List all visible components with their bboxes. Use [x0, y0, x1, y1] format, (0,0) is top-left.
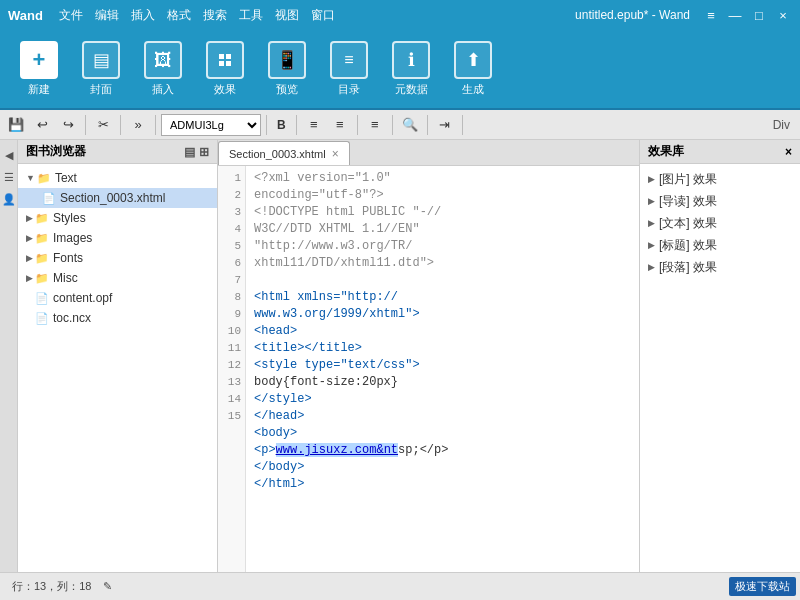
cover-icon: ▤: [93, 49, 110, 71]
toggle-left-button[interactable]: ◀: [2, 148, 16, 162]
tree-item-fonts[interactable]: ▶ 📁 Fonts: [18, 248, 217, 268]
code-line-15: </head>: [254, 408, 631, 425]
insert-icon: 🖼: [154, 50, 172, 71]
ribbon-generate[interactable]: ⬆ 生成: [446, 37, 500, 101]
line-num: 1: [218, 170, 245, 187]
undo-button[interactable]: ↩: [30, 113, 54, 137]
ribbon-new[interactable]: + 新建: [12, 37, 66, 101]
ribbon-metadata[interactable]: ℹ 元数据: [384, 37, 438, 101]
main-area: ◀ ☰ 👤 图书浏览器 ▤ ⊞ ▼ 📁 Text 📄 Section_: [0, 140, 800, 572]
toolbar-separator-7: [392, 115, 393, 135]
toolbar-separator-9: [462, 115, 463, 135]
expand-arrow: ▶: [26, 253, 33, 263]
effects-close-button[interactable]: ×: [785, 145, 792, 159]
menu-format[interactable]: 格式: [167, 7, 191, 24]
tab-close-button[interactable]: ×: [332, 147, 339, 161]
line-numbers: 1 2 3 4 5 6 7 8 9 10 11 12 13 14 15: [218, 166, 246, 572]
editor-content[interactable]: 1 2 3 4 5 6 7 8 9 10 11 12 13 14 15: [218, 166, 639, 572]
ribbon-effects[interactable]: 效果: [198, 37, 252, 101]
menu-window[interactable]: 窗口: [311, 7, 335, 24]
ribbon-toc[interactable]: ≡ 目录: [322, 37, 376, 101]
tree-label: toc.ncx: [53, 311, 91, 325]
toolbar-separator-1: [85, 115, 86, 135]
nav-back-button[interactable]: »: [126, 113, 150, 137]
tree-item-toc-ncx[interactable]: ▶ 📄 toc.ncx: [18, 308, 217, 328]
ribbon-cover-label: 封面: [90, 82, 112, 97]
code-line-11: <title></title>: [254, 340, 631, 357]
effect-item-text[interactable]: ▶ [文本] 效果: [640, 212, 800, 234]
menu-search[interactable]: 搜索: [203, 7, 227, 24]
code-lines: <?xml version="1.0" encoding="utf-8"?> <…: [246, 166, 639, 572]
effects-icon: [213, 48, 237, 72]
line-num: 8: [218, 289, 245, 306]
effects-title: 效果库: [648, 143, 684, 160]
minimize-button[interactable]: —: [726, 6, 744, 24]
list-button[interactable]: ≡: [363, 113, 387, 137]
align-left-button[interactable]: ≡: [302, 113, 326, 137]
view-grid-icon[interactable]: ⊞: [199, 145, 209, 159]
ribbon-toc-label: 目录: [338, 82, 360, 97]
tree-item-images[interactable]: ▶ 📁 Images: [18, 228, 217, 248]
ribbon-insert[interactable]: 🖼 插入: [136, 37, 190, 101]
toolbar-separator-8: [427, 115, 428, 135]
bold-button[interactable]: B: [272, 116, 291, 134]
cut-button[interactable]: ✂: [91, 113, 115, 137]
div-label: Div: [773, 118, 796, 132]
expand-arrow: ▶: [26, 213, 33, 223]
ribbon-new-label: 新建: [28, 82, 50, 97]
title-bar: Wand 文件 编辑 插入 格式 搜索 工具 视图 窗口 untitled.ep…: [0, 0, 800, 30]
effect-item-para[interactable]: ▶ [段落] 效果: [640, 256, 800, 278]
align-center-button[interactable]: ≡: [328, 113, 352, 137]
code-line-13: body{font-size:20px}: [254, 374, 631, 391]
cursor-position: 行：13，列：18: [12, 579, 91, 594]
ribbon-preview[interactable]: 📱 预览: [260, 37, 314, 101]
tree-label: Section_0003.xhtml: [60, 191, 165, 205]
ribbon-metadata-label: 元数据: [395, 82, 428, 97]
effects-panel: 效果库 × ▶ [图片] 效果 ▶ [导读] 效果 ▶ [文本] 效果 ▶ [标…: [640, 140, 800, 572]
effect-item-title[interactable]: ▶ [标题] 效果: [640, 234, 800, 256]
line-num: 6: [218, 255, 245, 272]
toggle-person-button[interactable]: 👤: [2, 192, 16, 206]
ribbon-cover[interactable]: ▤ 封面: [74, 37, 128, 101]
close-button[interactable]: ×: [774, 6, 792, 24]
folder-icon: 📁: [37, 172, 51, 185]
menu-edit[interactable]: 编辑: [95, 7, 119, 24]
line-num: 15: [218, 408, 245, 425]
toggle-list-button[interactable]: ☰: [2, 170, 16, 184]
file-browser-title: 图书浏览器: [26, 143, 86, 160]
effect-label: [文本] 效果: [659, 215, 717, 232]
tree-item-styles[interactable]: ▶ 📁 Styles: [18, 208, 217, 228]
tree-label: Text: [55, 171, 77, 185]
view-list-icon[interactable]: ▤: [184, 145, 195, 159]
zoom-button[interactable]: 🔍: [398, 113, 422, 137]
status-bar: 行：13，列：18 ✎ 100%: [0, 572, 800, 600]
tab-label: Section_0003.xhtml: [229, 148, 326, 160]
metadata-icon: ℹ: [408, 49, 415, 71]
effect-item-guide[interactable]: ▶ [导读] 效果: [640, 190, 800, 212]
menu-file[interactable]: 文件: [59, 7, 83, 24]
maximize-button[interactable]: □: [750, 6, 768, 24]
save-button[interactable]: 💾: [4, 113, 28, 137]
line-num: 2: [218, 187, 245, 204]
effect-item-img[interactable]: ▶ [图片] 效果: [640, 168, 800, 190]
tree-label: Styles: [53, 211, 86, 225]
tree-item-misc[interactable]: ▶ 📁 Misc: [18, 268, 217, 288]
editor-tab[interactable]: Section_0003.xhtml ×: [218, 141, 350, 165]
effect-label: [导读] 效果: [659, 193, 717, 210]
tree-item-content-opf[interactable]: ▶ 📄 content.opf: [18, 288, 217, 308]
menu-tools[interactable]: 工具: [239, 7, 263, 24]
effect-label: [标题] 效果: [659, 237, 717, 254]
indent-button[interactable]: ⇥: [433, 113, 457, 137]
tree-item-text[interactable]: ▼ 📁 Text: [18, 168, 217, 188]
tree-item-section[interactable]: 📄 Section_0003.xhtml: [18, 188, 217, 208]
code-line-6: xhtml11/DTD/xhtml11.dtd">: [254, 255, 631, 272]
folder-icon: 📁: [35, 232, 49, 245]
line-num: 5: [218, 238, 245, 255]
menu-view[interactable]: 视图: [275, 7, 299, 24]
code-line-10: <head>: [254, 323, 631, 340]
tree-label: content.opf: [53, 291, 112, 305]
menu-icon[interactable]: ≡: [702, 6, 720, 24]
redo-button[interactable]: ↪: [56, 113, 80, 137]
font-selector[interactable]: ADMUI3Lg: [161, 114, 261, 136]
menu-insert[interactable]: 插入: [131, 7, 155, 24]
